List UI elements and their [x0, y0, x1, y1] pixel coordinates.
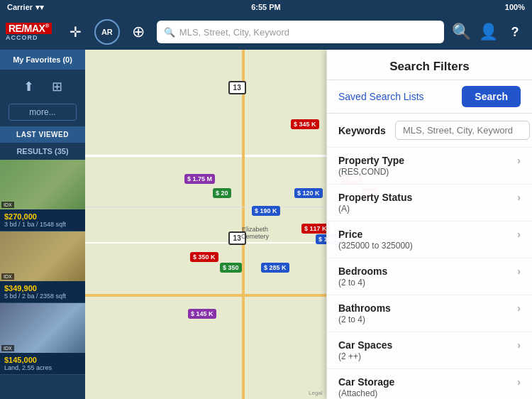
contacts-icon-btn[interactable]: 👤 [477, 21, 499, 43]
chevron-right-icon-5: › [517, 302, 521, 314]
person-icon: 👤 [479, 23, 498, 41]
search-placeholder-text: MLS, Street, City, Keyword [179, 27, 289, 38]
route-13-top: 13 [228, 81, 246, 94]
chevron-right-icon-6: › [517, 339, 521, 351]
ar-label: AR [101, 28, 113, 36]
marker-190k[interactable]: $ 190 K [252, 206, 280, 216]
property-type-label: Property Type › [338, 155, 521, 166]
saved-search-link[interactable]: Saved Search Lists [338, 91, 424, 102]
filters-panel: Search Filters Saved Search Lists Search… [326, 50, 532, 399]
property-card-2[interactable]: IDX $349,900 5 bd / 2 ba / 2358 sqft [0, 231, 85, 303]
property-info-1: $270,000 3 bd / 1 ba / 1548 sqft [0, 209, 85, 231]
more-btn[interactable]: more... [9, 104, 77, 121]
property-info-3: $145,000 Land, 2.55 acres [0, 353, 85, 374]
property-info-2: $349,900 5 bd / 2 ba / 2358 sqft [0, 281, 85, 302]
chevron-right-icon-2: › [517, 192, 521, 203]
property-img-3: IDX [0, 303, 85, 353]
marker-350[interactable]: $ 350 [220, 263, 242, 273]
help-icon-btn[interactable]: ? [504, 21, 526, 43]
ar-btn[interactable]: AR [94, 19, 120, 45]
logo-area: RE/MAX® ACCORD [6, 23, 52, 41]
chevron-right-icon: › [517, 155, 521, 166]
price-value: (325000 to 325000) [338, 241, 521, 251]
property-img-2: IDX [0, 231, 85, 281]
filters-actions: Saved Search Lists Search [327, 80, 532, 114]
filters-title: Search Filters [327, 50, 532, 80]
bathrooms-label: Bathrooms › [338, 302, 521, 314]
my-favorites-btn[interactable]: My Favorites (0) [0, 50, 85, 70]
property-price-3: $145,000 [4, 356, 81, 364]
compass-btn[interactable]: ⊕ [126, 19, 151, 45]
magnify-icon: 🔍 [452, 23, 471, 41]
status-left: Carrier ▾▾ [7, 3, 44, 12]
search-icon-btn[interactable]: 🔍 [450, 21, 472, 43]
car-spaces-label: Car Spaces › [338, 339, 521, 351]
share-icon: ⬆ [23, 79, 34, 94]
keywords-input[interactable] [395, 121, 530, 140]
road-v-1 [242, 50, 245, 399]
price-label: Price › [338, 229, 521, 240]
marker-285k[interactable]: $ 285 K [261, 263, 289, 273]
marker-20[interactable]: $ 20 [213, 188, 231, 198]
search-button[interactable]: Search [462, 86, 521, 107]
marker-120k[interactable]: $ 120 K [294, 188, 323, 198]
property-status-value: (A) [338, 204, 521, 214]
status-bar: Carrier ▾▾ 6:55 PM 100% [0, 0, 532, 14]
carrier-text: Carrier [7, 3, 33, 11]
chevron-right-icon-3: › [517, 229, 521, 240]
marker-117k[interactable]: $ 117 K [301, 224, 330, 234]
bookmark-icon: ⊞ [52, 79, 62, 94]
remax-logo: RE/MAX® [6, 23, 52, 34]
compass-icon: ⊕ [132, 23, 145, 41]
results-count[interactable]: RESULTS (35) [0, 143, 85, 160]
map-area[interactable]: 13 13 $ 345 K $ 1.75 M $ 20 $ 186 $ 120 … [85, 50, 532, 399]
map-legal: Legal [309, 390, 323, 396]
filter-row-price[interactable]: Price › (325000 to 325000) [327, 222, 532, 258]
filter-row-bathrooms[interactable]: Bathrooms › (2 to 4) [327, 295, 532, 332]
bookmark-icon-btn[interactable]: ⊞ [44, 75, 70, 98]
sidebar: My Favorites (0) ⬆ ⊞ more... LAST VIEWED… [0, 50, 85, 399]
question-mark-icon: ? [511, 25, 519, 40]
property-card-3[interactable]: IDX $145,000 Land, 2.55 acres [0, 303, 85, 375]
car-storage-label: Car Storage › [338, 376, 521, 388]
marker-175m[interactable]: $ 1.75 M [184, 174, 215, 184]
marker-350k[interactable]: $ 350 K [190, 252, 218, 262]
time-display: 6:55 PM [251, 3, 281, 11]
crosshair-icon: ✛ [70, 23, 82, 40]
marker-145k[interactable]: $ 145 K [188, 309, 216, 319]
battery-text: 100% [505, 3, 525, 11]
wifi-icon: ▾▾ [35, 3, 44, 12]
map-search-input[interactable]: 🔍 MLS, Street, City, Keyword [157, 21, 444, 43]
property-type-value: (RES,COND) [338, 167, 521, 177]
property-price-1: $270,000 [4, 212, 81, 221]
location-icon-btn[interactable]: ✛ [63, 19, 89, 45]
filter-row-car-storage[interactable]: Car Storage › (Attached) [327, 369, 532, 399]
idx-badge-3: IDX [1, 345, 14, 351]
chevron-right-icon-4: › [517, 266, 521, 277]
marker-345k[interactable]: $ 345 K [291, 119, 319, 129]
property-status-label: Property Status › [338, 192, 521, 203]
filter-row-property-status[interactable]: Property Status › (A) [327, 185, 532, 222]
property-price-2: $349,900 [4, 284, 81, 293]
share-icon-btn[interactable]: ⬆ [16, 75, 41, 98]
cemetery-label: Elizabeth Cemetery [241, 226, 269, 240]
filter-row-bedrooms[interactable]: Bedrooms › (2 to 4) [327, 258, 532, 295]
filter-row-property-type[interactable]: Property Type › (RES,COND) [327, 148, 532, 185]
last-viewed-btn[interactable]: LAST VIEWED [0, 126, 85, 143]
property-details-3: Land, 2.55 acres [4, 364, 81, 371]
property-img-1: IDX [0, 160, 85, 209]
property-card-1[interactable]: IDX $270,000 3 bd / 1 ba / 1548 sqft [0, 160, 85, 231]
bathrooms-value: (2 to 4) [338, 315, 521, 324]
bedrooms-label: Bedrooms › [338, 266, 521, 277]
keywords-row: Keywords [327, 114, 532, 148]
chevron-right-icon-7: › [517, 376, 521, 388]
property-details-1: 3 bd / 1 ba / 1548 sqft [4, 221, 81, 228]
bedrooms-value: (2 to 4) [338, 278, 521, 288]
nav-right-icons: 🔍 👤 ? [450, 21, 526, 43]
filter-row-car-spaces[interactable]: Car Spaces › (2 ++) [327, 332, 532, 369]
search-glass-icon: 🔍 [164, 27, 175, 38]
main-content: My Favorites (0) ⬆ ⊞ more... LAST VIEWED… [0, 50, 532, 399]
nav-bar: RE/MAX® ACCORD ✛ AR ⊕ 🔍 MLS, Street, Cit… [0, 14, 532, 50]
accord-logo: ACCORD [6, 34, 38, 41]
sidebar-actions: ⬆ ⊞ [0, 70, 85, 104]
